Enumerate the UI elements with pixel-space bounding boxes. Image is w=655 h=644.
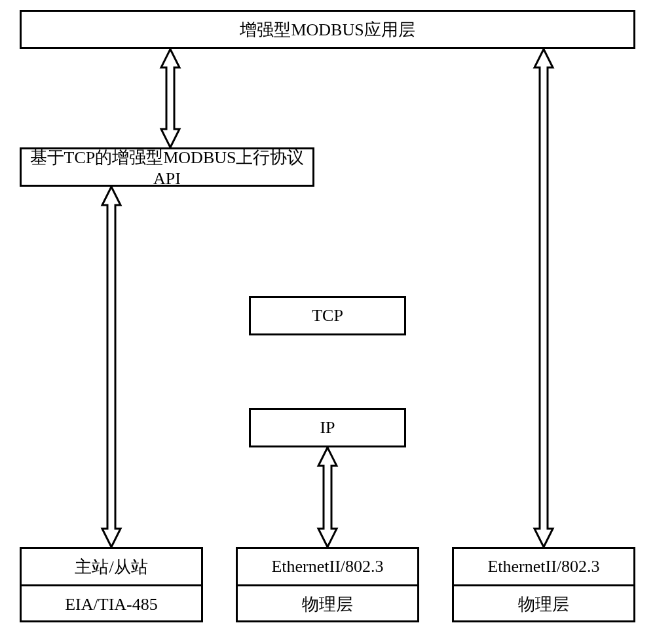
col2-bot-label: 物理层 xyxy=(302,593,353,616)
svg-marker-0 xyxy=(161,49,179,147)
col2-stack: EthernetII/802.3 物理层 xyxy=(236,547,419,622)
svg-marker-3 xyxy=(534,49,553,547)
app-layer-label: 增强型MODBUS应用层 xyxy=(240,18,415,41)
ip-box: IP xyxy=(249,408,406,447)
arrow-api-col1 xyxy=(100,187,123,547)
col3-top-label: EthernetII/802.3 xyxy=(487,557,599,577)
svg-marker-1 xyxy=(102,187,121,547)
api-box: 基于TCP的增强型MODBUS上行协议API xyxy=(20,147,314,187)
col1-bot-cell: EIA/TIA-485 xyxy=(22,586,201,622)
ip-label: IP xyxy=(320,418,335,438)
app-layer-box: 增强型MODBUS应用层 xyxy=(20,10,635,49)
arrow-ip-col2 xyxy=(316,447,339,547)
col2-top-label: EthernetII/802.3 xyxy=(271,557,383,577)
col3-top-cell: EthernetII/802.3 xyxy=(454,549,633,586)
col3-stack: EthernetII/802.3 物理层 xyxy=(452,547,635,622)
tcp-label: TCP xyxy=(312,306,343,326)
arrow-top-col3 xyxy=(532,49,555,547)
col2-bot-cell: 物理层 xyxy=(238,586,417,622)
svg-marker-2 xyxy=(318,447,337,547)
col1-bot-label: EIA/TIA-485 xyxy=(65,595,158,615)
tcp-box: TCP xyxy=(249,296,406,335)
col1-top-cell: 主站/从站 xyxy=(22,549,201,586)
col2-top-cell: EthernetII/802.3 xyxy=(238,549,417,586)
arrow-top-api xyxy=(159,49,182,147)
col3-bot-label: 物理层 xyxy=(518,593,569,616)
col1-stack: 主站/从站 EIA/TIA-485 xyxy=(20,547,203,622)
col1-top-label: 主站/从站 xyxy=(75,556,147,578)
col3-bot-cell: 物理层 xyxy=(454,586,633,622)
api-label: 基于TCP的增强型MODBUS上行协议API xyxy=(22,146,312,189)
